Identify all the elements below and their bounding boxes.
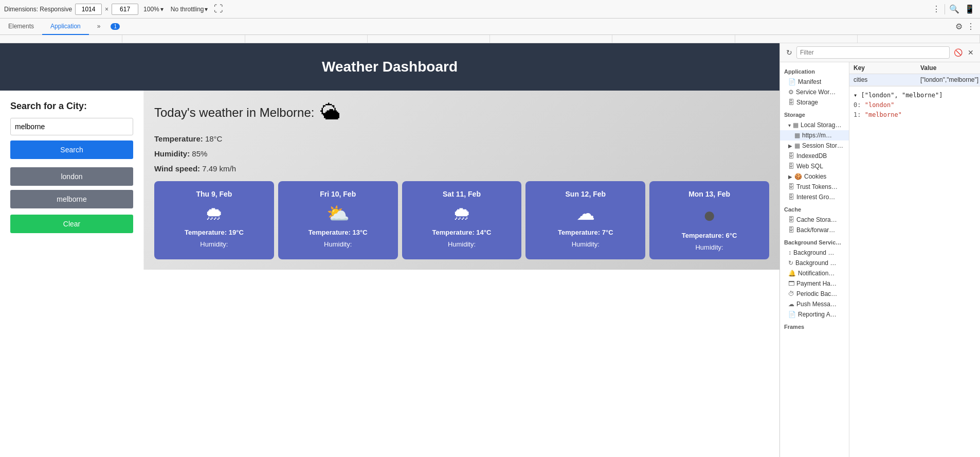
sidebar-service-worker[interactable]: ⚙ Service Wor…	[780, 87, 849, 97]
console-badge: 1	[111, 23, 120, 30]
ruler-seg-3	[245, 35, 368, 43]
sidebar-periodic-bg[interactable]: ⏱ Periodic Bac…	[780, 289, 849, 299]
sidebar-back-forward[interactable]: 🗄 Back/forwar…	[780, 225, 849, 235]
local-storage-expand-icon: ▾	[788, 122, 791, 128]
push-messages-label: Push Messa…	[796, 301, 837, 308]
sidebar-cookies[interactable]: ▶ 🍪 Cookies	[780, 171, 849, 182]
more-devtools-icon[interactable]: ⋮	[966, 21, 976, 32]
devtools-right-icons: ⚙ ⋮	[954, 21, 980, 32]
notifications-icon: 🔔	[788, 270, 796, 277]
payment-handler-icon: 🗖	[788, 280, 794, 287]
sidebar-web-sql[interactable]: 🗄 Web SQL	[780, 161, 849, 171]
sidebar-push-messages[interactable]: ☁ Push Messa…	[780, 299, 849, 309]
height-input[interactable]	[112, 4, 138, 15]
sidebar-local-storage-url[interactable]: ▦ https://m…	[780, 130, 849, 140]
forecast-humid-2: Humidity:	[448, 240, 476, 248]
forecast-card-4: Mon 13, Feb ● Temperature: 6°C Humidity:	[649, 181, 769, 259]
search-button[interactable]: Search	[10, 140, 133, 159]
inspect-icon[interactable]: 🔍	[948, 3, 960, 15]
devtools-filter-bar: ↻ 🚫 ✕	[780, 43, 980, 62]
weather-main: Today's weather in Melborne: 🌥 Temperatu…	[144, 91, 779, 270]
humidity-detail: Humidity: 85%	[154, 149, 769, 158]
city-melborne-button[interactable]: melborne	[10, 190, 133, 208]
forecast-icon-1: ⛅	[326, 203, 350, 224]
bg-fetch-icon: ↕	[788, 249, 791, 256]
local-storage-url-label: https://m…	[802, 132, 832, 139]
forecast-humid-0: Humidity:	[200, 240, 228, 248]
ruler-seg-2	[122, 35, 245, 43]
more-options-icon[interactable]: ⋮	[931, 3, 941, 15]
sidebar-storage[interactable]: 🗄 Storage	[780, 97, 849, 108]
forecast-temp-0: Temperature: 19°C	[185, 228, 244, 236]
clear-filter-icon[interactable]: 🚫	[953, 47, 964, 58]
zoom-dropdown[interactable]: 100% ▾	[141, 5, 166, 14]
sidebar-bg-fetch[interactable]: ↕ Background …	[780, 248, 849, 258]
forecast-date-3: Sun 12, Feb	[566, 189, 606, 199]
sidebar-local-storage[interactable]: ▾ ▦ Local Storag…	[780, 120, 849, 130]
bg-services-header: Background Servic…	[780, 237, 849, 248]
web-sql-icon: 🗄	[788, 163, 794, 170]
forecast-temp-4: Temperature: 6°C	[682, 232, 737, 239]
table-key-cities: cities	[854, 76, 920, 83]
weather-header: Weather Dashboard	[0, 43, 779, 91]
sidebar-cache-storage[interactable]: 🗄 Cache Stora…	[780, 215, 849, 225]
periodic-bg-label: Periodic Bac…	[796, 290, 837, 297]
forecast-date-0: Thu 9, Feb	[196, 189, 232, 199]
frames-section-header: Frames	[780, 322, 849, 332]
ruler-bar	[0, 35, 980, 43]
throttle-dropdown[interactable]: No throttling ▾	[169, 5, 210, 14]
sidebar-interest-groups[interactable]: 🗄 Interest Gro…	[780, 192, 849, 202]
app-title: Weather Dashboard	[322, 59, 458, 75]
forecast-card-1: Fri 10, Feb ⛅ Temperature: 13°C Humidity…	[278, 181, 398, 259]
forecast-icon-3: ☁	[576, 203, 595, 224]
sidebar-trust-tokens[interactable]: 🗄 Trust Tokens…	[780, 182, 849, 192]
close-devtools-icon[interactable]: ✕	[967, 47, 975, 58]
ruler-seg-6	[612, 35, 735, 43]
forecast-card-2: Sat 11, Feb 🌧 Temperature: 14°C Humidity…	[402, 181, 522, 259]
sidebar-payment-handler[interactable]: 🗖 Payment Ha…	[780, 278, 849, 289]
bg-sync-icon: ↻	[788, 259, 793, 267]
width-input[interactable]	[75, 4, 102, 15]
city-london-button[interactable]: london	[10, 167, 133, 186]
toolbar-left: Dimensions: Responsive × 100% ▾ No throt…	[4, 3, 927, 15]
sidebar-reporting-api[interactable]: 📄 Reporting A…	[780, 309, 849, 320]
sidebar-session-storage[interactable]: ▶ ▦ Session Stor…	[780, 140, 849, 151]
frames-section: Frames	[780, 322, 849, 332]
clear-button[interactable]: Clear	[10, 215, 133, 233]
refresh-icon[interactable]: ↻	[785, 47, 793, 58]
interest-groups-label: Interest Gro…	[796, 194, 835, 201]
city-search-input[interactable]	[10, 118, 133, 135]
session-storage-icon: ▦	[794, 142, 800, 149]
tab-more[interactable]: »	[89, 19, 109, 35]
local-storage-url-icon: ▦	[794, 132, 800, 139]
overflow-icon[interactable]: ⛶	[213, 3, 224, 15]
service-worker-label: Service Wor…	[796, 89, 836, 96]
tab-application[interactable]: Application	[42, 19, 89, 35]
ruler-seg-4	[368, 35, 490, 43]
filter-input[interactable]	[796, 46, 950, 59]
sidebar-indexeddb[interactable]: 🗄 IndexedDB	[780, 151, 849, 161]
web-sql-label: Web SQL	[796, 163, 823, 170]
trust-tokens-label: Trust Tokens…	[796, 183, 838, 190]
toolbar: Dimensions: Responsive × 100% ▾ No throt…	[0, 0, 980, 19]
sidebar-notifications[interactable]: 🔔 Notification…	[780, 268, 849, 278]
manifest-label: Manifest	[798, 78, 821, 85]
forecast-icon-4: ●	[703, 203, 716, 227]
forecast-icon-2: 🌧	[452, 203, 471, 224]
tab-elements[interactable]: Elements	[0, 19, 42, 35]
local-storage-label: Local Storag…	[801, 121, 841, 129]
forecast-row: Thu 9, Feb 🌧 Temperature: 19°C Humidity:…	[154, 181, 769, 259]
devtools-content: Application 📄 Manifest ⚙ Service Wor… 🗄 …	[780, 62, 980, 457]
table-row-cities[interactable]: cities ["london","melborne"]	[849, 74, 980, 86]
today-header: Today's weather in Melborne: 🌥	[154, 101, 769, 124]
ruler-seg-5	[490, 35, 612, 43]
storage-section-header: Storage	[780, 110, 849, 120]
sidebar-manifest[interactable]: 📄 Manifest	[780, 77, 849, 87]
temperature-detail: Temperature: 18°C	[154, 134, 769, 143]
local-storage-icon: ▦	[793, 121, 798, 129]
device-toggle-icon[interactable]: 📱	[964, 3, 976, 15]
sidebar-bg-sync[interactable]: ↻ Background …	[780, 258, 849, 268]
storage-icon: 🗄	[788, 99, 794, 106]
settings-icon[interactable]: ⚙	[954, 21, 964, 32]
bg-fetch-label: Background …	[793, 249, 834, 256]
